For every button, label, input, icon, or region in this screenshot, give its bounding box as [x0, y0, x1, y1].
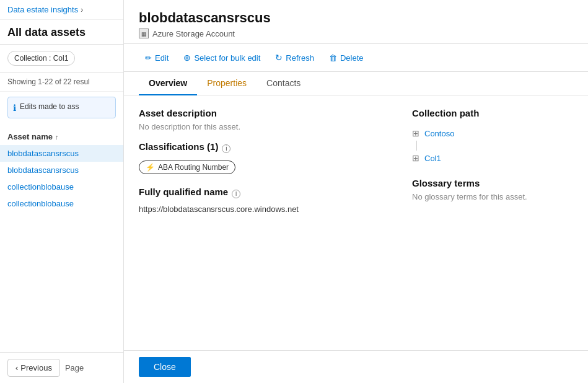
- refresh-icon: ↻: [275, 53, 283, 63]
- info-banner: ℹ Edits made to ass: [7, 97, 116, 118]
- tabs: Overview Properties Contacts: [124, 72, 588, 95]
- collection-path-section: Collection path ⊞ Contoso ⊞ Col1: [412, 108, 573, 165]
- fqn-title: Fully qualified name: [139, 187, 228, 197]
- breadcrumb-separator: ›: [81, 6, 83, 14]
- collection-tree: ⊞ Contoso ⊞ Col1: [412, 126, 573, 165]
- collection-badge[interactable]: Collection : Col1: [7, 51, 75, 66]
- previous-label: Previous: [20, 363, 52, 372]
- collection-node-icon-2: ⊞: [412, 153, 419, 163]
- info-banner-text: Edits made to ass: [20, 102, 79, 111]
- delete-button[interactable]: 🗑 Delete: [323, 50, 370, 66]
- bottom-bar: Close: [124, 350, 588, 383]
- classifications-section: Classifications (1) i ⚡ ABA Routing Numb…: [139, 141, 387, 174]
- breadcrumb: Data estate insights ›: [0, 0, 123, 20]
- page-title: All data assets: [0, 20, 123, 45]
- list-item[interactable]: blobdatascansrscus: [0, 145, 123, 162]
- list-item[interactable]: collectionblobause: [0, 178, 123, 195]
- pagination: ‹ Previous Page: [0, 352, 123, 383]
- tab-contacts[interactable]: Contacts: [257, 72, 310, 95]
- refresh-label: Refresh: [286, 53, 314, 63]
- pencil-icon: ✏: [145, 53, 152, 63]
- collection-filter-section: Collection : Col1: [0, 45, 123, 73]
- glossary-empty: No glossary terms for this asset.: [412, 192, 573, 201]
- asset-type-row: ▦ Azure Storage Account: [139, 29, 573, 38]
- asset-list: Asset name ↑ blobdatascansrscus blobdata…: [0, 123, 123, 352]
- asset-title: blobdatascansrscus: [139, 10, 573, 26]
- trash-icon: 🗑: [329, 53, 337, 63]
- classifications-title: Classifications (1): [139, 141, 218, 152]
- close-button[interactable]: Close: [139, 357, 191, 377]
- asset-description-empty: No description for this asset.: [139, 122, 387, 131]
- refresh-button[interactable]: ↻ Refresh: [269, 49, 320, 66]
- storage-icon: ▦: [139, 29, 149, 38]
- fqn-header: Fully qualified name i: [139, 187, 387, 201]
- delete-label: Delete: [340, 53, 364, 63]
- asset-description-title: Asset description: [139, 108, 387, 118]
- fqn-value: https://blobdatascansrscus.core.windows.…: [139, 205, 387, 214]
- left-panel: Data estate insights › All data assets C…: [0, 0, 124, 383]
- collection-node-label: Contoso: [424, 129, 454, 138]
- collection-tree-item-contoso[interactable]: ⊞ Contoso: [412, 126, 573, 141]
- list-item[interactable]: blobdatascansrscus: [0, 162, 123, 178]
- list-item[interactable]: collectionblobause: [0, 195, 123, 212]
- collection-tree-item-col1[interactable]: ⊞ Col1: [412, 151, 573, 165]
- sort-icon: ↑: [55, 133, 59, 141]
- bulk-edit-button[interactable]: ⊕ Select for bulk edit: [177, 49, 266, 66]
- previous-button[interactable]: ‹ Previous: [7, 359, 60, 377]
- content-area: Asset description No description for thi…: [124, 95, 588, 350]
- content-left: Asset description No description for thi…: [139, 108, 387, 338]
- tree-connector: [416, 141, 417, 151]
- asset-list-header: Asset name ↑: [0, 128, 123, 145]
- tab-overview[interactable]: Overview: [139, 72, 197, 95]
- classification-badge: ⚡ ABA Routing Number: [139, 161, 235, 174]
- edit-label: Edit: [155, 53, 169, 63]
- asset-type-label: Azure Storage Account: [152, 29, 235, 38]
- glossary-section: Glossary terms No glossary terms for thi…: [412, 178, 573, 201]
- classification-label: ABA Routing Number: [158, 163, 229, 172]
- fqn-section: Fully qualified name i https://blobdatas…: [139, 187, 387, 214]
- classification-badge-container: ⚡ ABA Routing Number: [139, 161, 387, 174]
- chevron-left-icon: ‹: [15, 363, 18, 372]
- edit-button[interactable]: ✏ Edit: [139, 50, 175, 66]
- content-right: Collection path ⊞ Contoso ⊞ Col1: [412, 108, 573, 338]
- classifications-header: Classifications (1) i: [139, 141, 387, 156]
- tab-properties[interactable]: Properties: [197, 72, 257, 95]
- collection-node-icon: ⊞: [412, 128, 419, 138]
- collection-path-title: Collection path: [412, 108, 573, 118]
- asset-name-column-label: Asset name: [7, 132, 53, 141]
- collection-node-label-2: Col1: [424, 154, 441, 163]
- plus-circle-icon: ⊕: [183, 53, 191, 63]
- info-icon: ℹ: [13, 103, 16, 113]
- page-label: Page: [65, 363, 84, 372]
- asset-description-section: Asset description No description for thi…: [139, 108, 387, 131]
- bulk-edit-label: Select for bulk edit: [194, 53, 260, 63]
- lightning-icon: ⚡: [146, 163, 155, 172]
- results-count: Showing 1-22 of 22 resul: [0, 73, 123, 92]
- breadcrumb-link[interactable]: Data estate insights: [7, 5, 78, 14]
- right-panel: blobdatascansrscus ▦ Azure Storage Accou…: [124, 0, 588, 383]
- fqn-info-icon[interactable]: i: [232, 190, 240, 198]
- toolbar: ✏ Edit ⊕ Select for bulk edit ↻ Refresh …: [124, 44, 588, 72]
- classifications-info-icon[interactable]: i: [222, 144, 230, 153]
- asset-header: blobdatascansrscus ▦ Azure Storage Accou…: [124, 0, 588, 44]
- glossary-title: Glossary terms: [412, 178, 573, 188]
